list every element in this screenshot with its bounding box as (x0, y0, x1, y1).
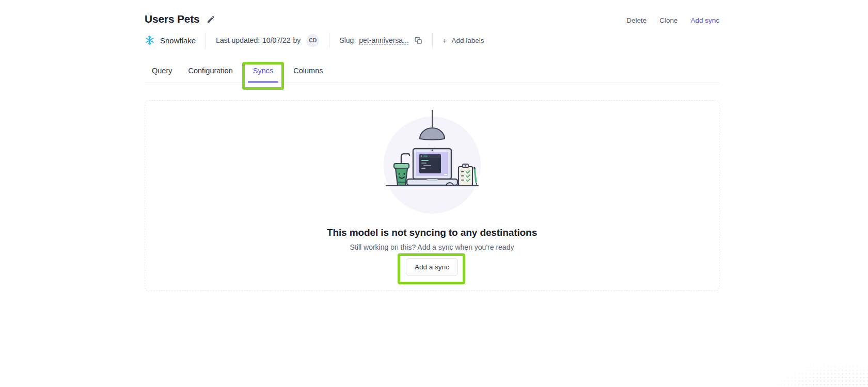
divider (432, 33, 433, 48)
divider (206, 33, 206, 48)
tab-columns[interactable]: Columns (292, 64, 324, 83)
last-updated-label: Last updated: (216, 36, 260, 44)
page-header: Users Pets Delete Clone Add sync (145, 0, 719, 25)
source-name: Snowflake (160, 36, 196, 45)
slug: Slug: pet-anniversa... (339, 36, 422, 44)
source-badge: Snowflake (145, 35, 196, 45)
clipboard-icon (459, 164, 472, 186)
edit-title-button[interactable] (207, 15, 215, 24)
add-sync-button[interactable]: Add sync (690, 17, 719, 24)
tab-syncs-label: Syncs (253, 67, 274, 75)
tab-query[interactable]: Query (151, 64, 173, 83)
copy-icon (415, 37, 422, 44)
empty-state-illustration (380, 110, 484, 215)
plus-icon: + (443, 37, 447, 44)
tab-bar: Query Configuration Syncs Columns (145, 64, 719, 83)
by-label: by (293, 36, 301, 44)
mouse-icon (446, 183, 453, 186)
clone-button[interactable]: Clone (659, 17, 677, 24)
empty-state-title: This model is not syncing to any destina… (327, 227, 537, 238)
snowflake-icon (145, 35, 155, 45)
tab-syncs[interactable]: Syncs (248, 64, 279, 83)
add-a-sync-button[interactable]: Add a sync (406, 258, 458, 276)
avatar: CD (306, 34, 319, 47)
syncs-empty-state-card: This model is not syncing to any destina… (145, 100, 719, 291)
tab-configuration[interactable]: Configuration (187, 64, 234, 83)
copy-slug-button[interactable] (415, 37, 422, 44)
slug-label: Slug: (339, 36, 356, 44)
delete-button[interactable]: Delete (626, 17, 646, 24)
last-updated-date: 10/07/22 (262, 36, 291, 44)
model-meta-bar: Snowflake Last updated: 10/07/22 by CD S… (145, 32, 719, 49)
model-page: Users Pets Delete Clone Add sync Snowfla… (145, 0, 719, 291)
add-labels-label: Add labels (452, 37, 484, 44)
empty-state-subtitle: Still working on this? Add a sync when y… (350, 243, 514, 251)
last-updated: Last updated: 10/07/22 by CD (216, 34, 319, 47)
header-actions: Delete Clone Add sync (626, 13, 719, 24)
pencil-icon (207, 15, 215, 24)
slug-value[interactable]: pet-anniversa... (359, 36, 409, 44)
add-labels-button[interactable]: + Add labels (443, 37, 484, 44)
laptop-icon (407, 149, 457, 185)
page-title: Users Pets (145, 13, 200, 25)
halftone-dots-decoration (765, 361, 868, 387)
divider (329, 33, 329, 48)
